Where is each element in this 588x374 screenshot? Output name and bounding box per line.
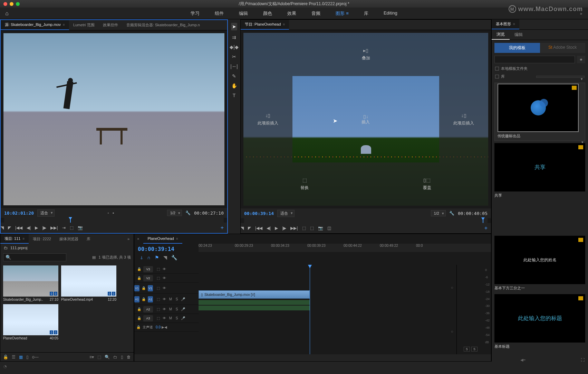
library-checkbox[interactable]: 库 [492, 73, 588, 81]
template-item[interactable]: 此处输入您的标题基本标题 [494, 294, 585, 350]
icon-view-icon[interactable]: ▦ [19, 355, 23, 359]
solo-left[interactable]: S [464, 347, 470, 352]
source-tab[interactable]: 源: Skateboarder_Big_Jump.mov≡ [1, 20, 69, 30]
workspace-效果[interactable]: 效果 [285, 9, 299, 18]
home-button[interactable]: ⌂ [0, 10, 14, 17]
snap-icon[interactable]: ⫰ [141, 255, 143, 260]
rolling-tool-icon[interactable]: ✂ [232, 54, 236, 59]
track-select-tool-icon[interactable]: ⇉ [232, 35, 236, 40]
source-tab[interactable]: Lumetri 范围 [69, 20, 99, 30]
trash-icon[interactable]: 🗑 [127, 355, 131, 359]
program-tab[interactable]: 节目: PlaneOverhead≡ [241, 20, 289, 30]
adobe-stock-button[interactable]: St Adobe Stock [540, 43, 586, 53]
track-header-V3[interactable]: 🔒V3⬚👁 [134, 265, 199, 274]
edit-tab[interactable]: 编辑 [510, 30, 528, 40]
source-zoom-select[interactable]: 1/2 [167, 210, 182, 216]
timeline-ruler[interactable]: 00:24:2300:00:29:2300:00:34:2300:00:39:2… [199, 244, 491, 252]
lift-icon[interactable]: ⬚ [302, 226, 306, 231]
scroll-left-icon[interactable]: ◀━ [520, 358, 526, 362]
track-header-V2[interactable]: 🔒V2⬚👁 [134, 274, 199, 283]
my-templates-button[interactable]: 我的模板 [494, 43, 540, 53]
freeform-view-icon[interactable]: ▯ [26, 355, 29, 359]
play-icon[interactable]: ▶ [35, 225, 38, 230]
timeline-audio-clip[interactable] [199, 300, 310, 305]
add-button-icon[interactable]: + [484, 225, 488, 231]
automate-icon[interactable]: ⬚ [97, 355, 101, 359]
insert-icon[interactable]: ⇥ [62, 225, 66, 230]
timeline-timecode[interactable]: 00:00:39:14 [138, 246, 195, 252]
export-frame-icon[interactable]: 📷 [78, 225, 83, 230]
source-viewer[interactable] [3, 33, 224, 205]
step-fwd-icon[interactable]: |▶ [282, 226, 286, 231]
sort-icon[interactable]: ≡▾ [89, 355, 94, 359]
hand-tool-icon[interactable]: ✋ [231, 83, 237, 88]
workspace-Editing[interactable]: Editing [381, 9, 400, 18]
workspace-库[interactable]: 库 [361, 9, 371, 18]
program-scrubber[interactable] [244, 218, 488, 223]
template-item[interactable]: 共享共享 [494, 143, 585, 199]
goto-in-icon[interactable]: |◀◀ [255, 226, 262, 231]
project-tab[interactable]: 媒体浏览器 [55, 234, 83, 244]
master-track[interactable]: 🔒主声道0.0▶◀ [134, 323, 199, 332]
timeline-clip[interactable]: ▯Skateboarder_Big_Jump.mov [V] [199, 290, 310, 299]
timeline-tracks-area[interactable]: ▯Skateboarder_Big_Jump.mov [V] ○ ○ [199, 265, 456, 354]
wrench-icon[interactable]: 🔧 [171, 255, 177, 260]
source-tab[interactable]: 音频剪辑混合器: Skateboarder_Big_Jump.n [122, 20, 204, 30]
step-fwd-icon[interactable]: |▶ [42, 225, 46, 230]
sequence-tab[interactable]: PlaneOverhead≡ [143, 234, 182, 244]
template-search-input[interactable] [494, 56, 575, 63]
mark-in-icon[interactable]: ◥ [241, 226, 244, 231]
project-clip[interactable]: ▯▯PlaneOverhead40:05 [3, 304, 58, 340]
workspace-颜色[interactable]: 颜色 [260, 9, 275, 18]
extract-icon[interactable]: ⬚ [310, 226, 314, 231]
workspace-编辑[interactable]: 编辑 [236, 9, 251, 18]
goto-out-icon[interactable]: ▶▶| [290, 226, 298, 231]
track-header-A1[interactable]: A1🔒A1⬚👁MS🎤 [134, 294, 199, 305]
compare-icon[interactable]: ◫ [327, 226, 331, 231]
new-item-icon[interactable]: ▯ [121, 355, 123, 359]
workspace-组件[interactable]: 组件 [212, 9, 226, 18]
wrench-icon[interactable]: 🔧 [185, 211, 191, 215]
browse-tab[interactable]: 浏览 [492, 30, 510, 40]
traffic-lights[interactable] [0, 2, 20, 6]
workspace-学习[interactable]: 学习 [188, 9, 202, 18]
source-out-timecode[interactable]: 00:00:27:10 [194, 211, 224, 216]
project-tabs-overflow[interactable]: » [123, 234, 134, 244]
track-header-A3[interactable]: 🔒A3⬚👁MS🎤 [134, 314, 199, 323]
marker-in-icon[interactable]: ▪ [113, 211, 114, 215]
source-in-timecode[interactable]: 10:02:01:20 [4, 211, 34, 216]
type-tool-icon[interactable]: T [233, 93, 236, 98]
mark-in-icon[interactable]: ◥ [1, 225, 4, 230]
track-header-A2[interactable]: 🔒A2⬚👁MS🎤 [134, 305, 199, 314]
timeline-audio-clip[interactable] [199, 306, 310, 310]
mark-out-icon[interactable]: ◤ [8, 225, 11, 230]
track-header-V1[interactable]: V1🔒V1⬚👁 [134, 283, 199, 294]
workspace-图形[interactable]: 图形≡ [333, 9, 351, 18]
linked-selection-icon[interactable]: ∩ [147, 255, 151, 260]
overwrite-icon[interactable]: ⬚ [70, 225, 74, 230]
write-enable-icon[interactable]: 🔓 [3, 355, 8, 359]
pen-tool-icon[interactable]: ✎ [232, 73, 236, 79]
project-search-input[interactable] [3, 253, 66, 261]
source-fit-select[interactable]: 适合 [37, 209, 55, 217]
expand-icon[interactable]: ⛶ [581, 358, 585, 362]
program-viewer[interactable]: ▸▯叠加 ↓▯此项前插入 ▯↓插入 ↓▯此项后插入 ⬚替换 ▯⬚覆盖 [243, 33, 488, 206]
settings-icon[interactable]: ◥ [163, 255, 167, 260]
slip-tool-icon[interactable]: |↔| [230, 64, 238, 69]
template-item[interactable]: 传统徽标出品 [494, 83, 585, 141]
selection-tool-icon[interactable]: ➤ [231, 23, 237, 30]
scroll-up-icon[interactable]: ○ [451, 286, 454, 290]
zoom-slider[interactable]: o— [32, 355, 39, 359]
ripple-tool-icon[interactable]: ◆|◆ [230, 44, 239, 50]
local-folder-checkbox[interactable]: 本地模板文件夹 [492, 65, 588, 73]
wrench-icon[interactable]: 🔧 [449, 211, 454, 216]
new-bin-icon[interactable]: 🗀 [113, 355, 117, 359]
list-view-icon[interactable]: ☰ [12, 355, 16, 359]
solo-right[interactable]: S [471, 347, 478, 352]
play-icon[interactable]: ▶ [275, 226, 278, 231]
program-zoom-select[interactable]: 1/2 [431, 210, 446, 216]
goto-out-icon[interactable]: ▶▶| [50, 225, 58, 230]
program-out-timecode[interactable]: 00:00:40:05 [458, 211, 488, 216]
source-scrubber[interactable] [4, 218, 224, 223]
project-tab[interactable]: 库 [83, 234, 95, 244]
